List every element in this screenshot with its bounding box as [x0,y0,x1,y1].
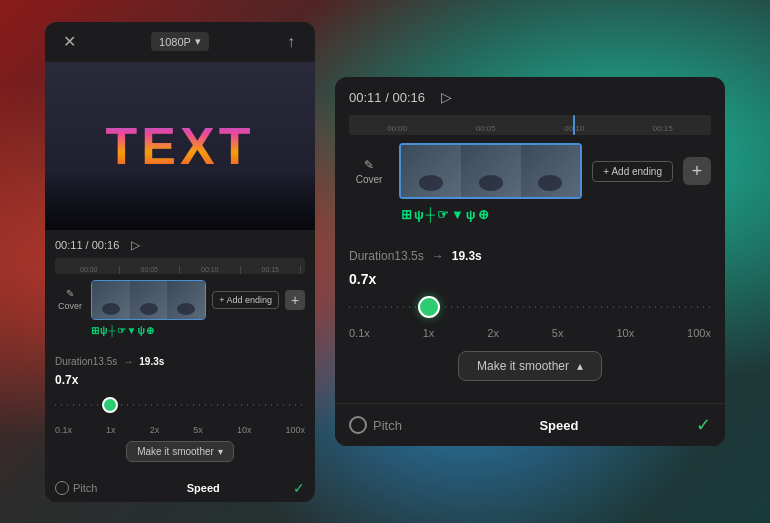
desktop-play-button[interactable]: ▷ [441,89,452,105]
timeline-ruler: 00:00 00:05 00:10 00:15 [55,258,305,274]
time-display-row: 00:11 / 00:16 ▷ [55,238,305,252]
right-timeline: 00:11 / 00:16 ▷ 00:00 00:05 00:10 00:15 … [335,77,725,239]
d-speed-label-1: 1x [423,327,435,339]
thumb-2 [130,281,168,319]
desktop-add-ending-button[interactable]: + Add ending [592,161,673,182]
glitch-text: ⊞ψ┼☞▼ψ⊕ [91,325,155,336]
speed-label-2: 2x [150,425,160,435]
preview-overlay [45,170,315,230]
panels-container: ✕ 1080P ▾ ↑ TEXT 00:11 / 00:16 [0,0,770,523]
speed-value-row: 0.7x [55,373,305,387]
time-display: 00:11 / 00:16 [55,239,119,251]
desktop-speed-thumb[interactable] [418,296,440,318]
desktop-thumb-1 [401,145,461,197]
pitch-option[interactable]: Pitch [55,481,97,495]
track-thumbnails [91,280,206,320]
pitch-label: Pitch [73,482,97,494]
duration-new: 19.3s [139,356,164,367]
left-slider[interactable] [55,391,305,419]
desktop-cover-text: Cover [356,174,383,185]
play-button-small[interactable]: ▷ [131,238,140,252]
desktop-pitch-radio[interactable] [349,416,367,434]
speed-tab-label[interactable]: Speed [113,482,293,494]
desktop-slider[interactable] [349,293,711,321]
speed-label-0: 0.1x [55,425,72,435]
speed-label-4: 10x [237,425,252,435]
ruler-label-0: 00:00 [59,266,120,274]
speed-label-5: 100x [285,425,305,435]
ruler-label-3: 00:15 [241,266,302,274]
duration-old: Duration13.5s [55,356,117,367]
cover-icon: ✎ [66,288,74,299]
d-speed-label-0: 0.1x [349,327,370,339]
speed-label-3: 5x [193,425,203,435]
resolution-badge[interactable]: 1080P ▾ [151,32,209,51]
desktop-duration-row: Duration13.5s → 19.3s [349,249,711,263]
desktop-cover-label: ✎ Cover [349,158,389,185]
smoother-button-right[interactable]: Make it smoother ▴ [458,351,602,381]
desktop-time-display: 00:11 / 00:16 [349,90,425,105]
ruler-label-2: 00:10 [180,266,241,274]
d-speed-label-2: 2x [487,327,499,339]
close-button[interactable]: ✕ [57,30,81,54]
speed-value: 0.7x [55,373,78,387]
pitch-radio[interactable] [55,481,69,495]
desktop-glitch-text: ⊞ψ┼☞▼ψ⊕ [401,207,491,222]
ruler-label-1: 00:05 [120,266,181,274]
desktop-slider-track [349,293,711,321]
desktop-add-track-button[interactable]: + [683,157,711,185]
upload-button[interactable]: ↑ [279,30,303,54]
desktop-thumb-3 [521,145,581,197]
add-track-button[interactable]: + [285,290,305,310]
speed-labels: 0.1x 1x 2x 5x 10x 100x [55,425,305,435]
desktop-bottom-bar: Pitch Speed ✓ [335,403,725,446]
desktop-time-row: 00:11 / 00:16 ▷ [349,89,711,105]
left-timeline-section: 00:11 / 00:16 ▷ 00:00 00:05 00:10 00:15 [45,230,315,350]
desktop-thumb-2 [461,145,521,197]
preview-text: TEXT [106,116,255,176]
left-phone-panel: ✕ 1080P ▾ ↑ TEXT 00:11 / 00:16 [45,22,315,502]
desktop-speed-value: 0.7x [349,271,711,287]
slider-track [55,391,305,419]
left-speed-section: Duration13.5s → 19.3s 0.7x 0.1x 1x 2x 5x… [45,350,315,474]
desktop-speed-tab[interactable]: Speed [422,418,696,433]
glitch-text-track: ⊞ψ┼☞▼ψ⊕ [55,324,305,338]
d-speed-label-3: 5x [552,327,564,339]
desktop-thumbnails [399,143,582,199]
speed-thumb[interactable] [102,397,118,413]
cover-label: ✎ Cover [55,288,85,311]
thumb-1 [92,281,130,319]
desktop-speed-section: Duration13.5s → 19.3s 0.7x 0.1x 1x 2x 5x… [335,239,725,403]
desktop-ruler: 00:00 00:05 00:10 00:15 [349,115,711,135]
phone-header: ✕ 1080P ▾ ↑ [45,22,315,62]
desktop-glitch-track: ⊞ψ┼☞▼ψ⊕ [349,205,711,223]
add-ending-button[interactable]: + Add ending [212,291,279,309]
desktop-duration-arrow: → [432,249,444,263]
desktop-tracks: ✎ Cover + Add ending + [349,143,711,199]
d-ruler-3: 00:15 [619,124,708,133]
timeline-tracks: ✎ Cover + Add ending + [55,280,305,320]
d-speed-label-4: 10x [616,327,634,339]
video-preview: TEXT [45,62,315,230]
thumb-3 [167,281,205,319]
check-button-right[interactable]: ✓ [696,414,711,436]
ruler-marks: 00:00 00:05 00:10 00:15 [55,258,305,274]
desktop-speed-labels: 0.1x 1x 2x 5x 10x 100x [349,327,711,339]
duration-arrow: → [123,356,133,367]
cover-text: Cover [58,301,82,311]
d-ruler-0: 00:00 [353,124,442,133]
desktop-duration-new: 19.3s [452,249,482,263]
desktop-duration-old: Duration13.5s [349,249,424,263]
d-speed-label-5: 100x [687,327,711,339]
speed-label-1: 1x [106,425,116,435]
smoother-button-left[interactable]: Make it smoother ▾ [126,441,234,462]
desktop-pitch-label: Pitch [373,418,402,433]
left-bottom-bar: Pitch Speed ✓ [45,474,315,502]
right-desktop-panel: 00:11 / 00:16 ▷ 00:00 00:05 00:10 00:15 … [335,77,725,446]
check-button-left[interactable]: ✓ [293,480,305,496]
d-ruler-1: 00:05 [442,124,531,133]
duration-row: Duration13.5s → 19.3s [55,356,305,367]
desktop-cover-icon: ✎ [364,158,374,172]
desktop-pitch-option[interactable]: Pitch [349,416,402,434]
